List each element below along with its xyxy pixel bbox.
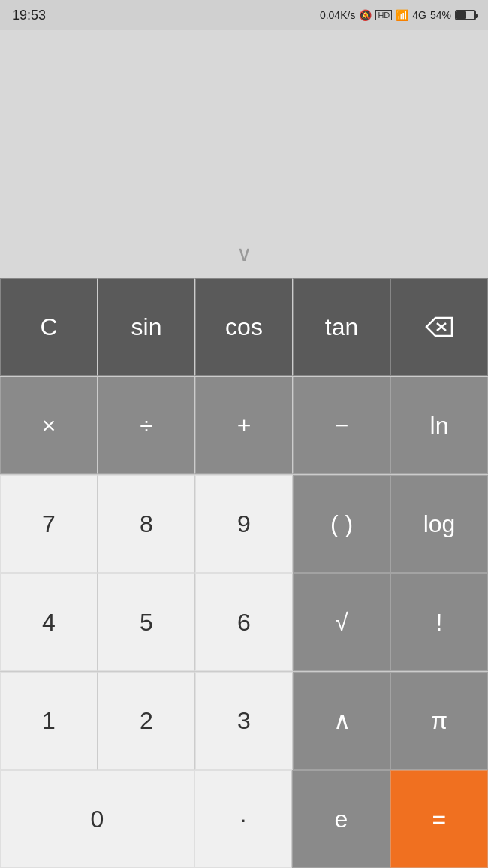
eight-button[interactable]: 8 [98, 475, 195, 573]
network-type: 4G [412, 9, 426, 21]
four-button[interactable]: 4 [0, 573, 98, 671]
seven-button[interactable]: 7 [0, 475, 98, 573]
six-button[interactable]: 6 [195, 573, 293, 671]
e-button[interactable]: e [292, 770, 390, 868]
network-speed: 0.04K/s [320, 9, 355, 21]
key-row-5: 1 2 3 ∧ π [0, 671, 488, 770]
clear-button[interactable]: C [0, 278, 98, 376]
equals-button[interactable]: = [390, 770, 488, 868]
backspace-icon [425, 316, 453, 337]
cos-button[interactable]: cos [195, 278, 293, 376]
key-row-1: C sin cos tan [0, 278, 488, 376]
backspace-button[interactable] [390, 278, 488, 376]
hd-icon: HD [375, 10, 392, 20]
status-right: 0.04K/s 🔕 HD 📶 4G 54% [320, 9, 476, 21]
key-row-2: × ÷ + − ln [0, 376, 488, 474]
divide-button[interactable]: ÷ [98, 377, 195, 474]
factorial-button[interactable]: ! [390, 573, 488, 671]
add-button[interactable]: + [195, 377, 293, 474]
status-time: 19:53 [12, 8, 46, 23]
calculator-keyboard: C sin cos tan × ÷ + − ln 7 8 9 ( ) log 4… [0, 278, 488, 868]
chevron-down-icon[interactable]: ∨ [236, 243, 252, 265]
zero-button[interactable]: 0 [0, 770, 194, 868]
ln-button[interactable]: ln [390, 377, 488, 474]
sqrt-button[interactable]: √ [293, 573, 390, 671]
paren-button[interactable]: ( ) [293, 475, 390, 573]
key-row-3: 7 8 9 ( ) log [0, 474, 488, 573]
two-button[interactable]: 2 [98, 672, 195, 770]
mute-icon: 🔕 [359, 9, 372, 21]
svg-marker-0 [426, 318, 452, 336]
subtract-button[interactable]: − [293, 377, 390, 474]
signal-icon: 📶 [396, 9, 408, 21]
battery-percent: 54% [430, 9, 451, 21]
key-row-4: 4 5 6 √ ! [0, 573, 488, 671]
five-button[interactable]: 5 [98, 573, 195, 671]
sin-button[interactable]: sin [98, 278, 195, 376]
status-bar: 19:53 0.04K/s 🔕 HD 📶 4G 54% [0, 0, 488, 30]
key-row-6: 0 · e = [0, 770, 488, 868]
multiply-button[interactable]: × [0, 377, 98, 474]
display-area: ∨ [0, 30, 488, 278]
nine-button[interactable]: 9 [195, 475, 293, 573]
three-button[interactable]: 3 [195, 672, 293, 770]
log-button[interactable]: log [390, 475, 488, 573]
dot-button[interactable]: · [194, 770, 292, 868]
battery-icon [455, 10, 476, 20]
tan-button[interactable]: tan [293, 278, 390, 376]
one-button[interactable]: 1 [0, 672, 98, 770]
pi-button[interactable]: π [390, 672, 488, 770]
power-button[interactable]: ∧ [293, 672, 390, 770]
